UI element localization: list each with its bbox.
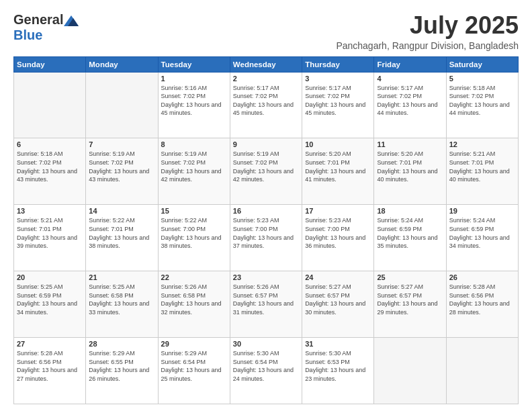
- day-number: 15: [161, 207, 227, 215]
- day-info: Sunrise: 5:22 AM Sunset: 7:00 PM Dayligh…: [161, 216, 227, 250]
- table-row: 14Sunrise: 5:22 AM Sunset: 7:01 PM Dayli…: [86, 205, 158, 271]
- day-info: Sunrise: 5:27 AM Sunset: 6:57 PM Dayligh…: [377, 283, 443, 316]
- day-info: Sunrise: 5:27 AM Sunset: 6:57 PM Dayligh…: [305, 283, 371, 316]
- day-number: 9: [233, 140, 299, 148]
- table-row: 15Sunrise: 5:22 AM Sunset: 7:00 PM Dayli…: [158, 205, 230, 271]
- day-number: 23: [233, 273, 299, 281]
- day-number: 17: [305, 207, 371, 215]
- day-number: 25: [377, 273, 443, 281]
- table-row: 24Sunrise: 5:27 AM Sunset: 6:57 PM Dayli…: [302, 271, 374, 338]
- day-info: Sunrise: 5:19 AM Sunset: 7:02 PM Dayligh…: [233, 150, 299, 183]
- logo-icon: [64, 15, 79, 26]
- title-month: July 2025: [336, 12, 519, 39]
- day-number: 19: [449, 207, 515, 215]
- table-row: 20Sunrise: 5:25 AM Sunset: 6:59 PM Dayli…: [14, 271, 86, 338]
- table-row: 18Sunrise: 5:24 AM Sunset: 6:59 PM Dayli…: [374, 205, 446, 271]
- day-number: 1: [161, 75, 227, 83]
- day-number: 12: [449, 140, 515, 148]
- calendar-week-row: 1Sunrise: 5:16 AM Sunset: 7:02 PM Daylig…: [14, 72, 519, 138]
- day-info: Sunrise: 5:17 AM Sunset: 7:02 PM Dayligh…: [305, 84, 371, 118]
- day-number: 4: [377, 75, 443, 83]
- calendar-table: Sunday Monday Tuesday Wednesday Thursday…: [13, 56, 519, 404]
- calendar-week-row: 20Sunrise: 5:25 AM Sunset: 6:59 PM Dayli…: [14, 271, 519, 338]
- page: General Blue July 2025 Panchagarh, Rangp…: [0, 0, 532, 411]
- day-info: Sunrise: 5:18 AM Sunset: 7:02 PM Dayligh…: [449, 84, 515, 118]
- day-info: Sunrise: 5:16 AM Sunset: 7:02 PM Dayligh…: [161, 84, 227, 118]
- day-info: Sunrise: 5:19 AM Sunset: 7:02 PM Dayligh…: [161, 150, 227, 183]
- table-row: 6Sunrise: 5:18 AM Sunset: 7:02 PM Daylig…: [14, 138, 86, 205]
- table-row: 10Sunrise: 5:20 AM Sunset: 7:01 PM Dayli…: [302, 138, 374, 205]
- col-friday: Friday: [374, 56, 446, 72]
- day-info: Sunrise: 5:21 AM Sunset: 7:01 PM Dayligh…: [17, 216, 83, 250]
- header: General Blue July 2025 Panchagarh, Rangp…: [13, 12, 519, 51]
- day-number: 7: [89, 140, 154, 148]
- table-row: 9Sunrise: 5:19 AM Sunset: 7:02 PM Daylig…: [230, 138, 302, 205]
- col-thursday: Thursday: [302, 56, 374, 72]
- calendar-week-row: 13Sunrise: 5:21 AM Sunset: 7:01 PM Dayli…: [14, 205, 519, 271]
- day-info: Sunrise: 5:30 AM Sunset: 6:54 PM Dayligh…: [233, 349, 299, 383]
- day-number: 5: [449, 75, 515, 83]
- table-row: 5Sunrise: 5:18 AM Sunset: 7:02 PM Daylig…: [446, 72, 518, 138]
- table-row: [446, 338, 518, 404]
- logo-general: General: [13, 12, 63, 27]
- day-info: Sunrise: 5:20 AM Sunset: 7:01 PM Dayligh…: [305, 150, 371, 183]
- table-row: 7Sunrise: 5:19 AM Sunset: 7:02 PM Daylig…: [86, 138, 158, 205]
- table-row: 2Sunrise: 5:17 AM Sunset: 7:02 PM Daylig…: [230, 72, 302, 138]
- day-number: 20: [17, 273, 83, 281]
- col-sunday: Sunday: [14, 56, 86, 72]
- table-row: [374, 338, 446, 404]
- table-row: 4Sunrise: 5:17 AM Sunset: 7:02 PM Daylig…: [374, 72, 446, 138]
- calendar-week-row: 6Sunrise: 5:18 AM Sunset: 7:02 PM Daylig…: [14, 138, 519, 205]
- table-row: 17Sunrise: 5:23 AM Sunset: 7:00 PM Dayli…: [302, 205, 374, 271]
- title-location: Panchagarh, Rangpur Division, Bangladesh: [336, 40, 519, 51]
- table-row: 12Sunrise: 5:21 AM Sunset: 7:01 PM Dayli…: [446, 138, 518, 205]
- calendar-header-row: Sunday Monday Tuesday Wednesday Thursday…: [14, 56, 519, 72]
- day-info: Sunrise: 5:18 AM Sunset: 7:02 PM Dayligh…: [17, 150, 83, 183]
- day-info: Sunrise: 5:29 AM Sunset: 6:54 PM Dayligh…: [161, 349, 227, 383]
- logo-blue: Blue: [13, 28, 42, 42]
- day-info: Sunrise: 5:21 AM Sunset: 7:01 PM Dayligh…: [449, 150, 515, 183]
- table-row: 23Sunrise: 5:26 AM Sunset: 6:57 PM Dayli…: [230, 271, 302, 338]
- calendar-week-row: 27Sunrise: 5:28 AM Sunset: 6:56 PM Dayli…: [14, 338, 519, 404]
- day-number: 6: [17, 140, 83, 148]
- day-number: 24: [305, 273, 371, 281]
- table-row: 21Sunrise: 5:25 AM Sunset: 6:58 PM Dayli…: [86, 271, 158, 338]
- logo-text: General: [13, 12, 79, 28]
- col-wednesday: Wednesday: [230, 56, 302, 72]
- day-number: 21: [89, 273, 154, 281]
- table-row: 25Sunrise: 5:27 AM Sunset: 6:57 PM Dayli…: [374, 271, 446, 338]
- day-number: 2: [233, 75, 299, 83]
- day-number: 28: [89, 340, 154, 348]
- day-info: Sunrise: 5:25 AM Sunset: 6:58 PM Dayligh…: [89, 283, 154, 316]
- col-tuesday: Tuesday: [158, 56, 230, 72]
- table-row: [86, 72, 158, 138]
- day-number: 8: [161, 140, 227, 148]
- table-row: 8Sunrise: 5:19 AM Sunset: 7:02 PM Daylig…: [158, 138, 230, 205]
- table-row: 16Sunrise: 5:23 AM Sunset: 7:00 PM Dayli…: [230, 205, 302, 271]
- table-row: 28Sunrise: 5:29 AM Sunset: 6:55 PM Dayli…: [86, 338, 158, 404]
- day-info: Sunrise: 5:23 AM Sunset: 7:00 PM Dayligh…: [233, 216, 299, 250]
- day-info: Sunrise: 5:30 AM Sunset: 6:53 PM Dayligh…: [305, 349, 371, 383]
- day-info: Sunrise: 5:22 AM Sunset: 7:01 PM Dayligh…: [89, 216, 154, 250]
- day-number: 11: [377, 140, 443, 148]
- day-info: Sunrise: 5:29 AM Sunset: 6:55 PM Dayligh…: [89, 349, 154, 383]
- table-row: [14, 72, 86, 138]
- table-row: 19Sunrise: 5:24 AM Sunset: 6:59 PM Dayli…: [446, 205, 518, 271]
- day-info: Sunrise: 5:26 AM Sunset: 6:57 PM Dayligh…: [233, 283, 299, 316]
- table-row: 22Sunrise: 5:26 AM Sunset: 6:58 PM Dayli…: [158, 271, 230, 338]
- day-info: Sunrise: 5:26 AM Sunset: 6:58 PM Dayligh…: [161, 283, 227, 316]
- title-block: July 2025 Panchagarh, Rangpur Division, …: [336, 12, 519, 51]
- day-number: 16: [233, 207, 299, 215]
- day-number: 29: [161, 340, 227, 348]
- table-row: 13Sunrise: 5:21 AM Sunset: 7:01 PM Dayli…: [14, 205, 86, 271]
- day-info: Sunrise: 5:24 AM Sunset: 6:59 PM Dayligh…: [449, 216, 515, 250]
- table-row: 1Sunrise: 5:16 AM Sunset: 7:02 PM Daylig…: [158, 72, 230, 138]
- day-number: 27: [17, 340, 83, 348]
- day-info: Sunrise: 5:17 AM Sunset: 7:02 PM Dayligh…: [377, 84, 443, 118]
- day-number: 30: [233, 340, 299, 348]
- table-row: 3Sunrise: 5:17 AM Sunset: 7:02 PM Daylig…: [302, 72, 374, 138]
- table-row: 27Sunrise: 5:28 AM Sunset: 6:56 PM Dayli…: [14, 338, 86, 404]
- col-monday: Monday: [86, 56, 158, 72]
- logo: General Blue: [13, 12, 79, 43]
- table-row: 11Sunrise: 5:20 AM Sunset: 7:01 PM Dayli…: [374, 138, 446, 205]
